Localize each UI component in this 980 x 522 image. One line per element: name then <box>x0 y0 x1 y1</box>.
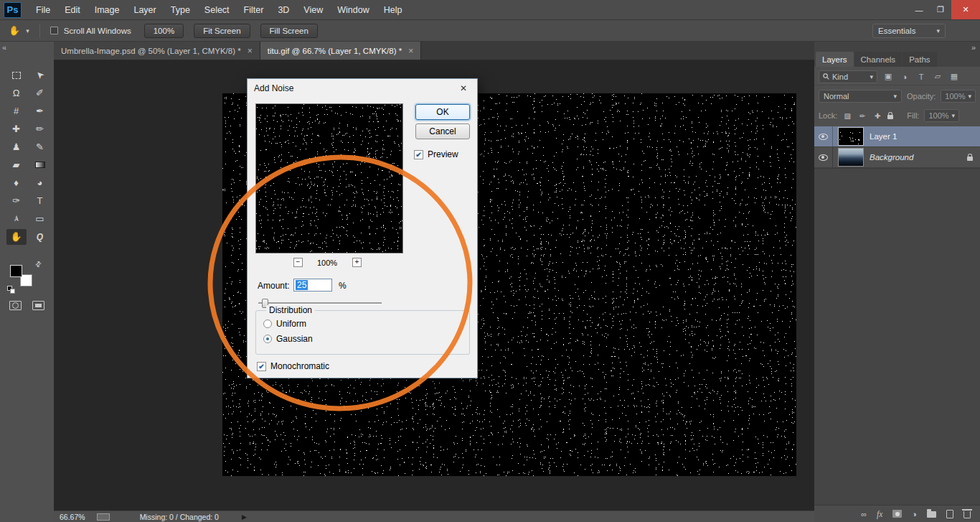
layer-row-layer-1[interactable]: Layer 1 <box>814 126 980 147</box>
minimize-button[interactable]: — <box>908 0 930 19</box>
tool-path-selection[interactable]: ➢ <box>6 211 27 227</box>
menu-view[interactable]: View <box>296 0 330 20</box>
shape-layer-filter-icon[interactable]: ▱ <box>932 72 943 81</box>
scroll-all-windows-checkbox[interactable] <box>50 27 58 34</box>
blend-mode-select[interactable]: Normal ▾ <box>819 90 902 103</box>
fill-value[interactable]: 100% ▾ <box>924 109 959 122</box>
tab-close-icon[interactable]: × <box>408 46 413 56</box>
menu-3d[interactable]: 3D <box>270 0 296 20</box>
adjustment-layer-filter-icon[interactable]: ◑ <box>899 73 910 81</box>
visibility-cell[interactable] <box>814 147 833 167</box>
close-window-button[interactable]: ✕ <box>951 0 980 19</box>
tab-close-icon[interactable]: × <box>248 46 253 56</box>
noise-preview-box[interactable] <box>255 103 403 253</box>
tool-blur[interactable]: ♦ <box>6 175 27 191</box>
smart-object-filter-icon[interactable]: ▦ <box>948 72 960 81</box>
tool-brush[interactable]: ✏ <box>30 121 50 137</box>
tool-rectangular-marquee[interactable] <box>6 67 27 83</box>
menu-layer[interactable]: Layer <box>126 0 163 20</box>
hand-icon: ✋ <box>10 231 22 242</box>
layer-name[interactable]: Background <box>870 153 913 162</box>
tool-gradient[interactable] <box>30 157 50 173</box>
tool-clone-stamp[interactable]: ♟ <box>6 139 27 155</box>
tool-eraser[interactable]: ▰ <box>6 157 27 173</box>
adjustment-layer-icon[interactable]: ◑ <box>912 510 917 518</box>
menu-window[interactable]: Window <box>330 0 376 20</box>
new-group-icon[interactable] <box>927 511 936 518</box>
layer-effects-icon[interactable]: fx <box>877 510 882 518</box>
dialog-close-icon[interactable]: ✕ <box>455 82 472 94</box>
tool-healing-brush[interactable]: ✚ <box>6 121 27 137</box>
layer-thumbnail[interactable] <box>838 127 864 146</box>
ok-button[interactable]: OK <box>415 104 470 120</box>
tool-hand[interactable]: ✋ <box>6 229 27 245</box>
menu-select[interactable]: Select <box>197 0 237 20</box>
menu-file[interactable]: File <box>29 0 57 20</box>
menu-help[interactable]: Help <box>377 0 410 20</box>
pixel-layer-filter-icon[interactable]: ▣ <box>882 72 894 81</box>
fill-screen-button[interactable]: Fill Screen <box>260 24 318 38</box>
tool-preset-caret-icon[interactable]: ▾ <box>26 27 29 34</box>
tab-title: Umbrella-Image.psd @ 50% (Layer 1, CMYK/… <box>61 47 241 55</box>
tab-umbrella-image[interactable]: Umbrella-Image.psd @ 50% (Layer 1, CMYK/… <box>54 42 260 60</box>
actual-pixels-button[interactable]: 100% <box>144 24 184 38</box>
search-icon <box>823 73 829 80</box>
cancel-button[interactable]: Cancel <box>415 123 470 139</box>
tool-move[interactable]: ➤ <box>30 67 50 83</box>
menu-filter[interactable]: Filter <box>237 0 271 20</box>
layer-row-background[interactable]: Background <box>814 147 980 168</box>
uniform-radio[interactable] <box>263 320 272 328</box>
delete-layer-icon[interactable] <box>963 511 971 518</box>
tool-history-brush[interactable]: ✎ <box>30 139 50 155</box>
type-layer-filter-icon[interactable]: T <box>915 73 927 81</box>
tab-titu-gif[interactable]: titu.gif @ 66.7% (Layer 1, CMYK/8) * × <box>260 42 421 60</box>
lock-all-icon[interactable] <box>887 115 893 119</box>
tool-crop[interactable]: # <box>6 103 27 119</box>
zoom-level-field[interactable]: 66.67% <box>60 513 85 521</box>
tool-type[interactable]: T <box>30 193 50 209</box>
preview-zoom-in-button[interactable]: + <box>352 258 362 267</box>
amount-input[interactable]: 25 <box>293 279 332 292</box>
lock-pixels-icon[interactable]: ✏ <box>857 112 867 120</box>
new-layer-icon[interactable] <box>946 510 953 518</box>
lock-transparency-icon[interactable]: ▨ <box>842 112 852 120</box>
tool-lasso[interactable]: Ω <box>6 85 27 101</box>
monochromatic-checkbox[interactable]: ✔ <box>257 362 266 371</box>
tab-layers[interactable]: Layers <box>816 52 854 67</box>
gaussian-radio[interactable] <box>263 335 272 343</box>
preview-checkbox[interactable]: ✔ <box>414 150 423 159</box>
default-colors-icon[interactable] <box>7 286 14 293</box>
hand-tool-preset-icon[interactable]: ✋ <box>9 25 20 36</box>
layer-name[interactable]: Layer 1 <box>870 132 897 141</box>
opacity-value[interactable]: 100% ▾ <box>941 90 976 103</box>
preview-zoom-out-button[interactable]: − <box>293 258 303 267</box>
add-layer-mask-icon[interactable] <box>892 510 902 518</box>
tool-eyedropper[interactable]: ✒ <box>30 103 50 119</box>
swap-colors-icon[interactable]: ⇄ <box>33 259 43 269</box>
collapse-tools-icon[interactable]: « <box>2 44 6 51</box>
layer-thumbnail[interactable] <box>838 148 864 167</box>
menu-edit[interactable]: Edit <box>57 0 88 20</box>
visibility-cell[interactable] <box>814 126 833 146</box>
tool-pen[interactable]: ✑ <box>6 193 27 209</box>
tool-quick-selection[interactable]: ✐ <box>30 85 50 101</box>
collapse-dock-icon[interactable]: » <box>971 44 976 51</box>
fit-screen-button[interactable]: Fit Screen <box>194 24 250 38</box>
menu-type[interactable]: Type <box>164 0 197 20</box>
quick-mask-button[interactable] <box>9 301 22 310</box>
workspace-switcher[interactable]: Essentials ▾ <box>872 24 946 38</box>
screen-mode-button[interactable] <box>32 301 44 310</box>
menu-image[interactable]: Image <box>88 0 127 20</box>
restore-button[interactable]: ❐ <box>930 0 951 19</box>
foreground-color-swatch[interactable] <box>10 265 22 277</box>
tool-rectangle-shape[interactable]: ▭ <box>30 211 50 227</box>
tab-paths[interactable]: Paths <box>903 52 936 67</box>
tool-dodge[interactable]: ◕ <box>30 175 50 191</box>
tab-channels[interactable]: Channels <box>854 52 903 67</box>
dialog-title[interactable]: Add Noise <box>248 79 477 98</box>
link-layers-icon[interactable]: ∞ <box>861 510 867 518</box>
tool-zoom[interactable]: Q <box>30 229 50 245</box>
layer-filter-kind-select[interactable]: Kind ▾ <box>819 70 877 83</box>
status-menu-arrow-icon[interactable]: ▶ <box>242 513 247 521</box>
lock-position-icon[interactable]: ✚ <box>872 112 882 120</box>
